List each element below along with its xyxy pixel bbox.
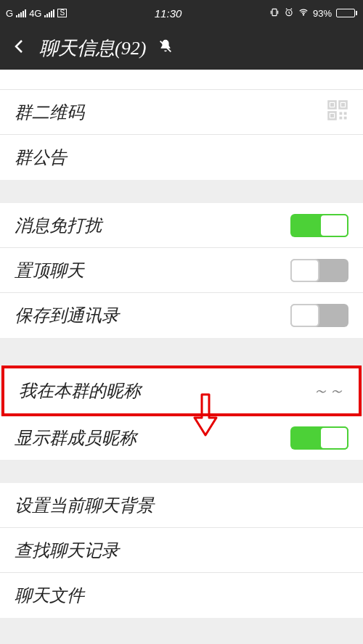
status-bar: G 4G S 11:30 93% <box>0 0 363 26</box>
clock: 11:30 <box>67 7 269 20</box>
row-label: 置顶聊天 <box>15 259 84 282</box>
row-my-nickname[interactable]: 我在本群的昵称 ～～ <box>4 368 359 413</box>
signal-icon-2 <box>44 9 54 17</box>
row-label: 设置当前聊天背景 <box>15 494 154 517</box>
content: 群二维码 群公告 消息免打扰 置顶聊天 保存到通讯录 我在本群的昵称 ～～ 显示… <box>0 70 363 644</box>
toggle-pin[interactable] <box>290 259 348 282</box>
row-label: 显示群成员昵称 <box>15 426 136 450</box>
toggle-save-contacts[interactable] <box>290 304 348 327</box>
battery-pct: 93% <box>313 8 332 19</box>
qr-icon <box>327 99 348 125</box>
row-search-history[interactable]: 查找聊天记录 <box>0 528 363 573</box>
battery-icon <box>336 9 357 17</box>
row-label: 聊天文件 <box>15 584 84 607</box>
row-group-qr[interactable]: 群二维码 <box>0 90 363 135</box>
carrier-label: G <box>6 8 13 19</box>
row-value: ～～ <box>312 380 344 402</box>
wifi-icon <box>298 7 309 20</box>
svg-rect-11 <box>344 112 347 115</box>
svg-rect-9 <box>330 114 334 117</box>
network-label: 4G <box>29 8 41 19</box>
row-mute-notifications[interactable]: 消息免打扰 <box>0 203 363 248</box>
toggle-mute[interactable] <box>290 214 348 237</box>
svg-rect-8 <box>341 103 345 107</box>
row-label: 保存到通讯录 <box>15 304 119 327</box>
row-label: 消息免打扰 <box>15 214 102 237</box>
header-bar: 聊天信息(92) <box>0 26 363 70</box>
svg-rect-12 <box>340 116 343 119</box>
sim-box: S <box>57 9 67 17</box>
row-label: 我在本群的昵称 <box>19 379 141 402</box>
signal-icon <box>16 9 26 17</box>
highlight-box: 我在本群的昵称 ～～ <box>1 366 362 416</box>
mute-icon <box>158 38 174 57</box>
back-button[interactable] <box>10 38 28 58</box>
row-group-announcement[interactable]: 群公告 <box>0 135 363 180</box>
row-chat-files[interactable]: 聊天文件 <box>0 573 363 618</box>
row-label: 群二维码 <box>15 101 84 124</box>
row-pin-chat[interactable]: 置顶聊天 <box>0 248 363 293</box>
page-title: 聊天信息(92) <box>39 36 146 61</box>
row-label: 群公告 <box>15 146 67 169</box>
row-chat-background[interactable]: 设置当前聊天背景 <box>0 483 363 528</box>
vibrate-icon <box>269 7 280 20</box>
row-cutoff-top[interactable] <box>0 70 363 90</box>
alarm-icon <box>284 7 294 20</box>
svg-rect-10 <box>340 112 343 115</box>
toggle-show-nick[interactable] <box>290 426 348 450</box>
svg-rect-0 <box>272 9 277 15</box>
svg-point-2 <box>303 14 303 15</box>
row-save-contacts[interactable]: 保存到通讯录 <box>0 293 363 338</box>
svg-rect-7 <box>330 103 334 107</box>
row-show-member-nick[interactable]: 显示群成员昵称 <box>0 415 363 460</box>
annotation-arrow-icon <box>193 393 218 439</box>
svg-rect-13 <box>344 116 347 119</box>
row-label: 查找聊天记录 <box>15 539 119 562</box>
